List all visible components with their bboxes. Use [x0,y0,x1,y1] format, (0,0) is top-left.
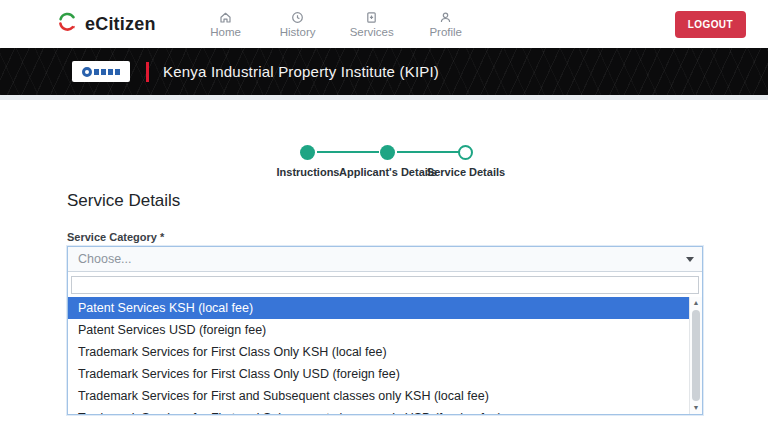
top-navbar: eCitizen Home History [0,0,768,48]
nav-item-home[interactable]: Home [206,11,246,38]
nav-item-history[interactable]: History [278,11,318,38]
nav-label: Services [350,26,394,38]
kipi-logo-circle-icon [82,67,92,77]
progress-stepper: Instructions Applicant's Details Service… [0,138,768,186]
option-item[interactable]: Patent Services USD (foreign fee) [68,319,702,341]
divider-strip [0,95,768,100]
history-icon [291,11,304,24]
nav-item-services[interactable]: Services [350,11,394,38]
step-connector [397,151,459,153]
ecitizen-logo-icon [56,11,78,37]
option-item[interactable]: Trademark Services for First Class Only … [68,363,702,385]
red-accent-bar [146,62,149,82]
option-item[interactable]: Patent Services KSH (local fee) [68,297,702,319]
nav-items: Home History Services [206,11,466,38]
chevron-down-icon [686,257,694,262]
options-scrollbar[interactable]: ▲ ▼ [689,297,702,414]
step-connector [317,151,379,153]
step-label-service-details: Service Details [427,166,505,178]
institute-banner: Kenya Industrial Property Institute (KIP… [0,48,768,95]
select-toggle[interactable]: Choose... [68,247,702,272]
nav-label: History [280,26,316,38]
step-dot-applicants-details [380,145,395,160]
step-label-instructions: Instructions [277,166,340,178]
step-dot-instructions [300,145,315,160]
service-category-select: Choose... ▲ ▼ Patent Services KSH (local… [67,246,703,415]
select-search-input[interactable] [71,276,699,294]
option-item[interactable]: Trademark Services for First and Subsequ… [68,407,702,414]
scroll-down-icon[interactable]: ▼ [693,403,700,413]
service-category-options: ▲ ▼ Patent Services KSH (local fee) Pate… [68,297,702,414]
ecitizen-brand[interactable]: eCitizen [56,11,156,37]
services-icon [365,11,378,24]
logout-button[interactable]: LOGOUT [675,11,746,38]
page-title: Service Details [67,191,180,211]
kipi-logo [72,61,130,82]
option-item[interactable]: Trademark Services for First Class Only … [68,341,702,363]
select-search-wrap [68,272,702,297]
institute-title: Kenya Industrial Property Institute (KIP… [163,63,439,80]
option-item[interactable]: Trademark Services for First and Subsequ… [68,385,702,407]
step-label-applicants-details: Applicant's Details [339,166,437,178]
select-placeholder: Choose... [78,252,132,266]
nav-label: Profile [429,26,462,38]
scrollbar-thumb[interactable] [692,310,700,401]
brand-name: eCitizen [85,14,156,35]
profile-icon [439,11,452,24]
nav-item-profile[interactable]: Profile [426,11,466,38]
service-category-label: Service Category * [67,231,164,243]
nav-label: Home [210,26,241,38]
step-dot-service-details [458,145,473,160]
home-icon [219,11,232,24]
scroll-up-icon[interactable]: ▲ [693,298,700,308]
